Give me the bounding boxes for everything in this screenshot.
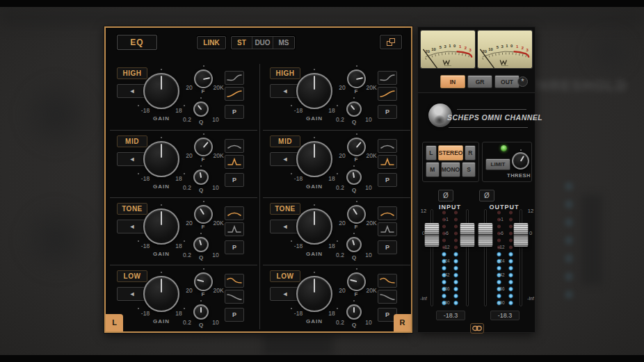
left-channel-tab[interactable]: L	[106, 314, 123, 331]
monitor-side-button[interactable]: S	[462, 162, 476, 177]
monitor-stereo-button[interactable]: STEREO	[438, 145, 464, 161]
fader-cap[interactable]	[425, 223, 440, 247]
thresh-label: THRESH	[505, 172, 533, 179]
wide-bell-icon[interactable]	[378, 139, 397, 153]
meter-out-button[interactable]: OUT	[494, 75, 520, 88]
gentle-shelf-icon[interactable]	[225, 290, 244, 304]
q-knob[interactable]	[346, 170, 362, 185]
band-label-high[interactable]: HIGH	[270, 67, 300, 79]
limit-button[interactable]: LIMIT	[485, 158, 510, 170]
gain-knob[interactable]	[143, 276, 179, 312]
input-value-display[interactable]: -18.3	[436, 311, 465, 320]
mode-st[interactable]: ST	[232, 37, 252, 49]
band-label-low[interactable]: LOW	[270, 270, 300, 282]
band-label-low[interactable]: LOW	[117, 270, 147, 282]
monitor-mono-button[interactable]: MONO	[441, 162, 460, 177]
q-knob[interactable]	[193, 101, 209, 117]
mode-ms[interactable]: MS	[273, 37, 294, 49]
link-icon	[472, 325, 482, 331]
band-label-tone[interactable]: TONE	[117, 203, 147, 215]
narrow-bell-icon[interactable]	[225, 155, 244, 169]
monitor-right-button[interactable]: R	[465, 145, 476, 161]
speaker-icon: ◄	[129, 290, 136, 297]
thresh-knob[interactable]	[512, 152, 529, 170]
output-fader-left[interactable]	[478, 209, 493, 306]
proportional-q-button[interactable]: P	[378, 105, 397, 119]
gentle-shelf-icon[interactable]	[378, 71, 397, 85]
wide-bell-icon[interactable]	[225, 139, 244, 153]
gain-knob[interactable]	[143, 73, 179, 109]
filter-shape-stack: P	[225, 206, 244, 256]
steep-shelf-icon[interactable]	[225, 87, 244, 101]
gentle-shelf-icon[interactable]	[225, 71, 244, 85]
q-knob[interactable]	[193, 170, 209, 185]
letterbox-top	[0, 0, 644, 7]
q-knob[interactable]	[346, 101, 362, 117]
speaker-icon: ◄	[129, 223, 136, 230]
q-knob[interactable]	[193, 237, 209, 252]
q-knob[interactable]	[346, 304, 362, 320]
svg-text:0: 0	[510, 44, 513, 48]
proportional-q-button[interactable]: P	[225, 240, 244, 254]
proportional-q-button[interactable]: P	[378, 173, 397, 187]
wide-bell-icon[interactable]	[225, 206, 244, 220]
fader-cap[interactable]	[514, 223, 529, 247]
output-fader-right[interactable]	[513, 209, 529, 306]
eq-section-title: EQ	[117, 35, 157, 50]
q-knob[interactable]	[346, 237, 362, 252]
gain-max-label: 18	[168, 107, 189, 114]
fader-cap[interactable]	[460, 223, 475, 247]
input-phase-button[interactable]: Ø	[438, 190, 453, 201]
meter-in-button[interactable]: IN	[440, 75, 465, 88]
proportional-q-button[interactable]: P	[378, 240, 397, 254]
shelf-bump-icon[interactable]	[378, 274, 397, 288]
proportional-q-button[interactable]: P	[225, 105, 244, 119]
svg-text:10: 10	[488, 47, 492, 51]
limiter-section: LIMIT THRESH	[482, 142, 532, 182]
gain-knob[interactable]	[296, 276, 332, 312]
input-fader-left[interactable]	[424, 209, 440, 306]
asterisk-icon: *	[521, 77, 524, 85]
gain-knob[interactable]	[143, 208, 179, 245]
fader-link-button[interactable]	[470, 323, 484, 334]
gain-knob[interactable]	[296, 208, 332, 245]
shelf-bump-icon[interactable]	[225, 274, 244, 288]
eq-channel-left: HIGH ◄ -18 18 GAIN 20 F 20K 0.2 Q 10	[110, 63, 257, 333]
q-max-label: 10	[358, 116, 379, 123]
link-button[interactable]: LINK	[197, 36, 226, 49]
gentle-shelf-icon[interactable]	[378, 290, 397, 304]
output-phase-button[interactable]: Ø	[479, 190, 494, 201]
narrow-bell-icon[interactable]	[378, 222, 397, 236]
mode-duo[interactable]: DUO	[252, 37, 273, 49]
band-label-high[interactable]: HIGH	[117, 67, 147, 79]
band-label-mid[interactable]: MID	[117, 135, 147, 147]
meter-options-button[interactable]: *	[517, 76, 528, 87]
svg-text:2: 2	[522, 46, 524, 50]
narrow-bell-icon[interactable]	[378, 155, 397, 169]
eq-panel: EQ LINK ST DUO MS HIGH ◄ -18 18 GAIN 20	[104, 26, 412, 333]
monitor-mid-button[interactable]: M	[426, 162, 440, 177]
master-panel: 20 10 5 3 1 0 1 2 3	[417, 26, 536, 333]
proportional-q-button[interactable]: P	[225, 308, 244, 322]
input-fader-right[interactable]	[460, 209, 475, 306]
proportional-q-button[interactable]: P	[225, 173, 244, 187]
copy-settings-icon	[387, 38, 396, 47]
q-knob[interactable]	[193, 304, 209, 320]
steep-shelf-icon[interactable]	[378, 87, 397, 101]
filter-shape-stack: P	[225, 71, 244, 121]
wide-bell-icon[interactable]	[378, 206, 397, 220]
right-channel-tab[interactable]: R	[394, 314, 411, 331]
fader-cap[interactable]	[478, 223, 493, 247]
gain-max-label: 18	[321, 107, 342, 114]
gain-knob[interactable]	[296, 141, 332, 177]
narrow-bell-icon[interactable]	[225, 222, 244, 236]
gain-knob[interactable]	[296, 73, 332, 109]
band-label-tone[interactable]: TONE	[270, 203, 300, 215]
monitor-left-button[interactable]: L	[426, 145, 437, 161]
gain-caption: GAIN	[293, 115, 335, 122]
gain-knob[interactable]	[143, 141, 179, 177]
band-label-mid[interactable]: MID	[270, 135, 300, 147]
copy-settings-button[interactable]	[380, 35, 402, 49]
output-value-display[interactable]: -18.3	[490, 311, 520, 320]
meter-gr-button[interactable]: GR	[467, 75, 492, 88]
